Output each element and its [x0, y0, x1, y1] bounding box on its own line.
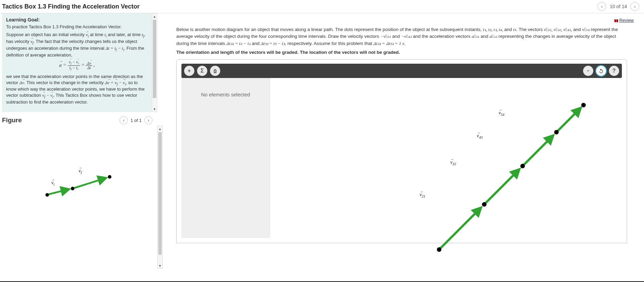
svg-point-3 — [71, 187, 74, 190]
svg-point-12 — [554, 130, 559, 134]
fig-scroll-thumb[interactable] — [158, 132, 162, 255]
add-vector-button[interactable]: + — [184, 66, 194, 76]
figure-counter: 1 of 1 — [130, 118, 142, 123]
label-v21: v21 — [420, 192, 425, 198]
learning-goal-heading: Learning Goal: — [6, 17, 148, 23]
figure-next-button[interactable]: › — [144, 116, 152, 124]
label-v54: v54 — [499, 110, 504, 116]
svg-line-0 — [48, 189, 69, 195]
figure-prev-button[interactable]: ‹ — [119, 116, 128, 124]
drawing-canvas[interactable]: v21 v32 v43 v54 — [270, 78, 622, 238]
selection-pane: No elements selected — [181, 78, 270, 238]
workspace: + Σ ? — [176, 59, 627, 243]
figure-scrollbar[interactable]: ▲ ▼ — [157, 126, 163, 269]
label-v43: v43 — [477, 133, 483, 139]
sum-button[interactable]: Σ — [197, 66, 207, 76]
svg-point-13 — [581, 103, 586, 107]
svg-point-10 — [482, 202, 486, 207]
review-icon — [614, 19, 618, 22]
delete-button[interactable] — [210, 66, 220, 76]
label-v32: v32 — [450, 160, 456, 166]
scroll-thumb[interactable] — [153, 20, 156, 98]
figure-canvas: vi vf — [2, 126, 157, 269]
drawing-toolbar: + Σ ? — [181, 64, 622, 78]
prev-button[interactable]: ‹ — [597, 2, 606, 11]
instructions-text: Below is another motion diagram for an o… — [176, 26, 627, 56]
svg-point-4 — [108, 175, 111, 178]
svg-line-8 — [557, 108, 581, 132]
figure-heading: Figure — [2, 116, 22, 124]
svg-line-1 — [73, 178, 106, 188]
learning-goal-para2: we see that the acceleration vector poin… — [6, 74, 148, 105]
grading-note: The orientation and length of the vector… — [176, 50, 400, 55]
svg-point-11 — [520, 164, 525, 168]
svg-point-9 — [437, 247, 441, 252]
help-button[interactable]: ? — [609, 66, 619, 76]
scroll-down-icon[interactable]: ▼ — [152, 106, 157, 112]
fig-scroll-down-icon[interactable]: ▼ — [158, 263, 162, 268]
learning-goal-intro: To practice Tactics Box 1.3 Finding the … — [6, 24, 148, 30]
scroll-up-icon[interactable]: ▲ — [152, 14, 157, 19]
dropdown-button[interactable] — [583, 66, 593, 76]
header-nav: ‹ 10 of 14 › — [597, 2, 639, 11]
svg-line-6 — [484, 169, 519, 204]
svg-line-7 — [522, 135, 553, 166]
next-button[interactable]: › — [630, 2, 639, 11]
left-column: Learning Goal: To practice Tactics Box 1… — [0, 13, 163, 281]
reset-button[interactable] — [596, 66, 606, 76]
panel-scrollbar[interactable]: ▲ ▼ — [152, 13, 157, 112]
svg-point-2 — [45, 193, 49, 197]
review-link[interactable]: Review — [619, 18, 634, 23]
page-title: Tactics Box 1.3 Finding the Acceleration… — [2, 3, 140, 10]
figure-header: Figure ‹ 1 of 1 › — [2, 112, 163, 126]
selection-status: No elements selected — [201, 92, 250, 97]
figure-label-vf: vf — [79, 168, 82, 174]
svg-line-5 — [439, 207, 481, 249]
figure-label-vi: vi — [51, 180, 54, 186]
fig-scroll-up-icon[interactable]: ▲ — [158, 126, 162, 131]
trash-icon — [212, 68, 218, 74]
learning-goal-panel: Learning Goal: To practice Tactics Box 1… — [2, 13, 152, 112]
chevron-down-icon — [585, 68, 591, 74]
reset-icon — [598, 68, 604, 74]
header-bar: Tactics Box 1.3 Finding the Acceleration… — [0, 0, 644, 13]
progress-counter: 10 of 14 — [610, 4, 627, 9]
acceleration-equation: a = vf − vitf − ti = ΔvΔt , — [6, 58, 148, 74]
figure-nav: ‹ 1 of 1 › — [119, 116, 152, 124]
right-column: Review Below is another motion diagram f… — [163, 13, 644, 281]
learning-goal-para1: Suppose an object has an initial velocit… — [6, 32, 148, 58]
